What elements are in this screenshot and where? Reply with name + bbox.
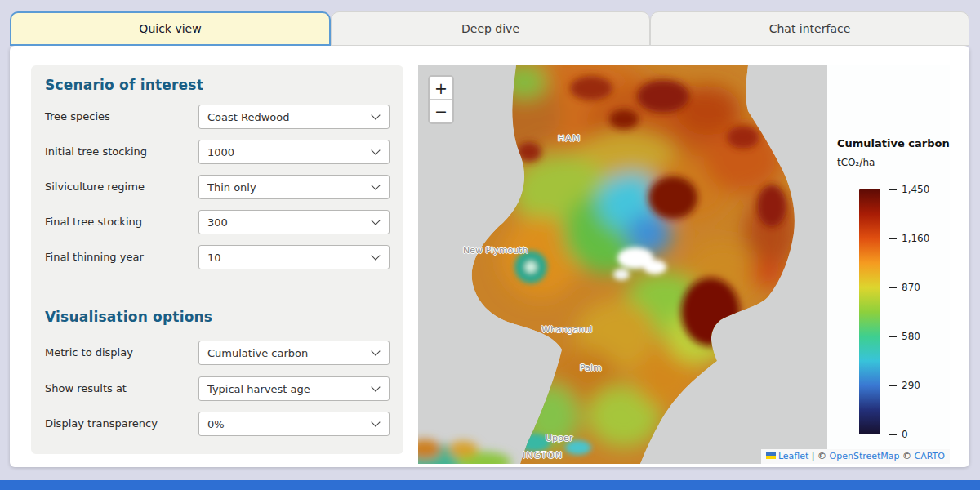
legend-unit: tCO₂/ha — [837, 157, 875, 168]
chevron-down-icon — [371, 110, 380, 119]
zoom-control: + − — [428, 75, 454, 124]
leaflet-map[interactable]: HAM New Plymouth Whanganui Palm Upper IN… — [418, 65, 950, 464]
final-thinning-year-value: 10 — [207, 252, 221, 264]
show-results-select[interactable]: Typical harvest age — [198, 376, 390, 401]
silviculture-regime-value: Thin only — [207, 181, 256, 194]
tick-mark — [889, 189, 897, 190]
metric-value: Cumulative carbon — [207, 347, 308, 359]
final-stocking-label: Final tree stocking — [45, 216, 142, 228]
tick-mark — [889, 287, 897, 288]
transparency-select[interactable]: 0% — [198, 412, 390, 436]
tick-mark — [889, 336, 897, 337]
tree-species-value: Coast Redwood — [207, 111, 290, 123]
chevron-down-icon — [371, 417, 380, 426]
final-stocking-value: 300 — [207, 216, 228, 229]
tick-mark — [889, 238, 897, 239]
final-thinning-year-select[interactable]: 10 — [198, 245, 390, 270]
chevron-down-icon — [371, 145, 380, 154]
tick-label: 580 — [902, 331, 920, 342]
zoom-in-button[interactable]: + — [430, 77, 452, 100]
map-place-label: INGTON — [523, 450, 563, 461]
openstreetmap-link[interactable]: OpenStreetMap — [830, 451, 900, 461]
chevron-down-icon — [371, 251, 380, 260]
metric-select[interactable]: Cumulative carbon — [198, 341, 390, 365]
initial-stocking-select[interactable]: 1000 — [198, 140, 390, 164]
tab-quick-view[interactable]: Quick view — [10, 11, 331, 46]
tick-label: 870 — [902, 282, 920, 293]
chevron-down-icon — [371, 180, 380, 189]
map-attribution: Leaflet | © OpenStreetMap © CARTO — [761, 449, 950, 464]
legend-panel: Cumulative carbon tCO₂/ha 1,450 1,160 87… — [827, 65, 950, 449]
legend-title: Cumulative carbon — [837, 137, 950, 149]
tab-chat-interface[interactable]: Chat interface — [650, 11, 969, 46]
chevron-down-icon — [371, 382, 380, 391]
tree-species-select[interactable]: Coast Redwood — [198, 105, 390, 129]
map-place-label: Palm — [580, 363, 602, 373]
tab-bar: Quick view Deep dive Chat interface — [10, 11, 969, 46]
tab-deep-dive[interactable]: Deep dive — [331, 11, 650, 46]
show-results-label: Show results at — [45, 382, 127, 394]
transparency-value: 0% — [207, 418, 225, 430]
tree-species-label: Tree species — [45, 110, 110, 122]
tab-chat-interface-label: Chat interface — [769, 22, 851, 35]
ukraine-flag-icon — [766, 452, 776, 459]
map-place-label: Upper — [546, 433, 572, 443]
visualisation-title: Visualisation options — [45, 309, 212, 325]
attribution-separator: | © — [808, 451, 829, 461]
map-place-label: New Plymouth — [463, 245, 528, 256]
legend-colorbar — [859, 189, 880, 434]
tick-label: 1,160 — [902, 233, 929, 244]
tab-quick-view-label: Quick view — [139, 22, 201, 35]
silviculture-regime-select[interactable]: Thin only — [198, 175, 390, 199]
carto-link[interactable]: CARTO — [915, 451, 945, 461]
tick-mark — [889, 434, 897, 435]
scenario-panel: Scenario of interest Tree species Coast … — [31, 65, 403, 454]
footer-bar — [0, 480, 980, 490]
scenario-title: Scenario of interest — [45, 77, 203, 93]
attribution-separator: © — [900, 451, 915, 461]
metric-label: Metric to display — [45, 346, 133, 359]
chevron-down-icon — [371, 216, 380, 225]
tick-mark — [889, 385, 897, 386]
chevron-down-icon — [371, 346, 380, 355]
show-results-value: Typical harvest age — [207, 383, 310, 395]
leaflet-link[interactable]: Leaflet — [778, 451, 808, 461]
map-place-label: HAM — [558, 133, 581, 144]
initial-stocking-label: Initial tree stocking — [45, 145, 147, 158]
tab-deep-dive-label: Deep dive — [461, 22, 519, 35]
final-thinning-year-label: Final thinning year — [45, 251, 144, 263]
tick-label: 290 — [902, 380, 920, 391]
silviculture-regime-label: Silviculture regime — [45, 180, 145, 193]
main-card: Scenario of interest Tree species Coast … — [10, 46, 969, 467]
final-stocking-select[interactable]: 300 — [198, 210, 390, 234]
initial-stocking-value: 1000 — [207, 146, 234, 158]
zoom-out-button[interactable]: − — [430, 100, 452, 122]
transparency-label: Display transparency — [45, 417, 158, 430]
tick-label: 0 — [902, 429, 908, 440]
tick-label: 1,450 — [902, 184, 929, 195]
map-place-label: Whanganui — [541, 324, 592, 335]
